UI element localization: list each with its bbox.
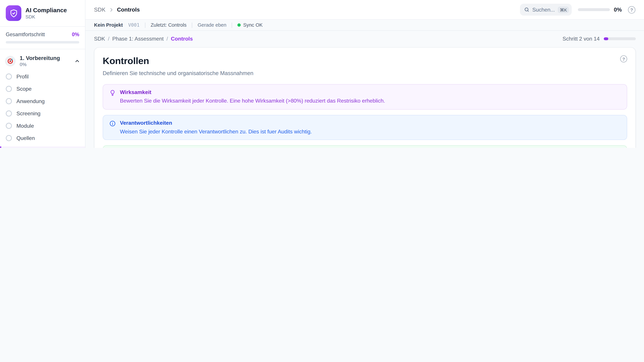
step-indicator: Schritt 2 von 14 (562, 36, 600, 42)
sidebar-section-1-vorbereitung: 1. Vorbereitung0%ProfilScopeAnwendungScr… (0, 52, 85, 144)
info-boxes: WirksamkeitBewerten Sie die Wirksamkeit … (103, 84, 627, 148)
header-progress-bar (578, 8, 610, 11)
search-input[interactable]: Suchen... ⌘K (520, 4, 572, 15)
section-progress: 0% (20, 62, 60, 67)
sync-ok-dot-icon (238, 23, 241, 27)
page-crumb-phase[interactable]: Phase 1: Assessment (112, 36, 164, 42)
divider (232, 22, 232, 28)
info-box-verantwortlichkeiten: VerantwortlichkeitenWeisen Sie jeder Kon… (103, 115, 627, 140)
radio-empty-icon (6, 86, 12, 92)
project-name: Kein Projekt (94, 22, 123, 28)
overall-progress-label: Gesamtfortschritt (6, 32, 45, 37)
breadcrumb-current: Controls (117, 6, 140, 13)
shield-check-icon (6, 5, 21, 21)
info-box-evidence-linking: Evidence-LinkingVerknuepfen Sie Nachweis… (103, 145, 627, 148)
overall-progress: Gesamtfortschritt 0% (0, 27, 85, 49)
app-subtitle: SDK (26, 14, 67, 19)
page-subtitle: Definieren Sie technische und organisato… (103, 70, 627, 76)
step-progress-bar (604, 37, 636, 40)
sync-status-label: Sync OK (243, 22, 263, 28)
info-circle-icon (109, 120, 116, 135)
sidebar-section-2-analyse: 2. Analyse0%AnforderungenControlsNachwei… (0, 147, 85, 148)
radio-empty-icon (6, 73, 12, 80)
sidebar-item-screening[interactable]: Screening (0, 107, 85, 119)
page-content: SDK / Phase 1: Assessment / Controls Sch… (85, 31, 644, 148)
info-box-title: Wirksamkeit (120, 89, 385, 95)
sidebar-section-header-1-vorbereitung[interactable]: 1. Vorbereitung0% (0, 52, 85, 69)
sidebar-item-profil[interactable]: Profil (0, 70, 85, 82)
page-breadcrumb: SDK / Phase 1: Assessment / Controls (94, 36, 193, 42)
search-kbd-shortcut: ⌘K (558, 6, 569, 13)
divider (145, 22, 145, 28)
search-icon (524, 7, 530, 12)
section-title: 1. Vorbereitung (20, 55, 60, 62)
info-box-body: Weisen Sie jeder Kontrolle einen Verantw… (120, 128, 312, 135)
breadcrumb-root[interactable]: SDK (94, 6, 106, 13)
sidebar-item-label: Screening (16, 110, 40, 116)
header-progress-value: 0% (614, 6, 622, 13)
search-placeholder: Suchen... (532, 6, 555, 13)
last-visited: Zuletzt: Controls (150, 22, 186, 28)
radio-empty-icon (6, 98, 12, 104)
help-icon[interactable]: ? (628, 6, 635, 13)
sidebar-item-label: Quellen (16, 135, 35, 141)
info-box-wirksamkeit: WirksamkeitBewerten Sie die Wirksamkeit … (103, 84, 627, 109)
divider (192, 22, 192, 28)
sidebar-item-module[interactable]: Module (0, 119, 85, 132)
version-badge: V001 (128, 22, 140, 28)
sidebar-item-anwendung[interactable]: Anwendung (0, 95, 85, 107)
sidebar: AI Compliance SDK Gesamtfortschritt 0% 1… (0, 0, 85, 148)
app-title: AI Compliance (26, 7, 67, 14)
card-help-icon[interactable]: ? (620, 55, 627, 62)
page-crumb-current: Controls (171, 36, 193, 42)
sidebar-section-header-2-analyse[interactable]: 2. Analyse0% (0, 147, 85, 148)
sidebar-sections: 1. Vorbereitung0%ProfilScopeAnwendungScr… (0, 49, 85, 148)
lightbulb-icon (109, 89, 116, 105)
sync-status: Sync OK (238, 22, 263, 28)
info-box-body: Bewerten Sie die Wirksamkeit jeder Kontr… (120, 97, 385, 104)
sidebar-item-label: Profil (16, 73, 29, 80)
overall-progress-value: 0% (72, 32, 79, 37)
sidebar-item-label: Scope (16, 86, 32, 92)
crumb-separator: / (166, 36, 168, 42)
breadcrumb: SDK Controls (94, 6, 140, 13)
page-breadcrumb-row: SDK / Phase 1: Assessment / Controls Sch… (94, 36, 636, 42)
radio-empty-icon (6, 110, 12, 116)
sidebar-item-label: Anwendung (16, 98, 44, 104)
page-crumb-sdk[interactable]: SDK (94, 36, 105, 42)
sidebar-item-scope[interactable]: Scope (0, 83, 85, 95)
topbar: SDK Controls Suchen... ⌘K 0% (85, 0, 644, 20)
kontrollen-card: Kontrollen ? Definieren Sie technische u… (94, 47, 636, 148)
sidebar-item-quellen[interactable]: Quellen (0, 132, 85, 144)
chevron-up-icon (74, 58, 80, 64)
brand-header: AI Compliance SDK (0, 0, 85, 27)
crumb-separator: / (108, 36, 109, 42)
main-area: SDK Controls Suchen... ⌘K 0% (85, 0, 644, 148)
radio-empty-icon (6, 135, 12, 141)
page-title: Kontrollen (103, 55, 149, 66)
section-items: ProfilScopeAnwendungScreeningModuleQuell… (0, 70, 85, 144)
last-saved-time: Gerade eben (198, 22, 226, 28)
overall-progress-bar (6, 41, 79, 43)
radio-empty-icon (6, 122, 12, 129)
chevron-right-icon (109, 7, 114, 12)
statusbar: Kein Projekt V001 Zuletzt: Controls Gera… (85, 20, 644, 31)
info-box-title: Verantwortlichkeiten (120, 120, 312, 126)
sidebar-item-label: Module (16, 122, 34, 129)
header-progress: 0% (578, 6, 622, 13)
app-root: AI Compliance SDK Gesamtfortschritt 0% 1… (0, 0, 644, 148)
target-icon (5, 56, 16, 66)
